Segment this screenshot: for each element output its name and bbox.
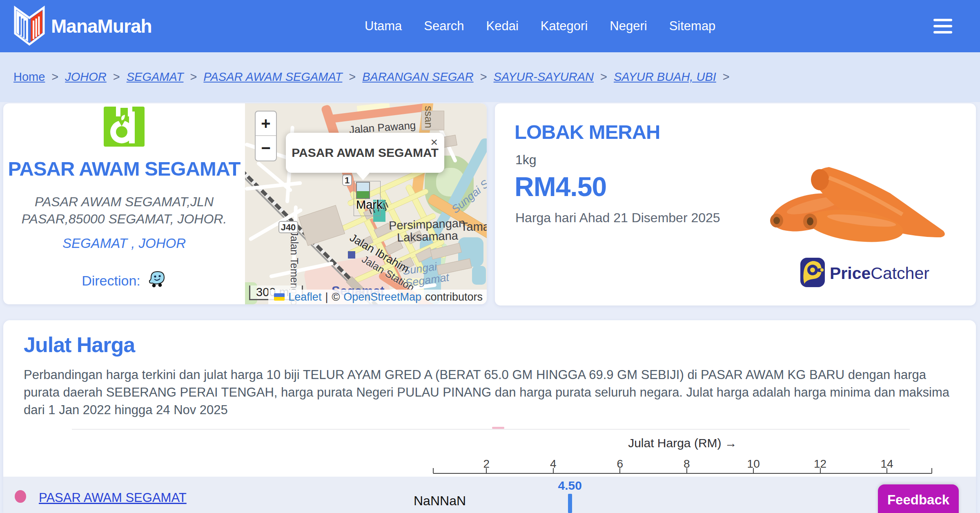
nav-item-kategori[interactable]: Kategori <box>541 19 588 33</box>
feedback-button[interactable]: Feedback <box>878 484 959 513</box>
breadcrumb-separator: > <box>723 70 730 84</box>
breadcrumb-band: Home>JOHOR>SEGAMAT>PASAR AWAM SEGAMAT>BA… <box>0 52 980 102</box>
axis-tick-label: 14 <box>875 457 899 471</box>
ukraine-flag-icon <box>274 293 285 301</box>
map-station-icon <box>348 251 355 259</box>
store-address-line2: PASAR,85000 SEGAMAT, JOHOR. <box>3 210 245 228</box>
store-address-line1: PASAR AWAM SEGAMAT,JLN <box>3 193 245 210</box>
chart-axis-line <box>433 473 932 474</box>
breadcrumb-separator: > <box>113 70 120 84</box>
header: ManaMurah UtamaSearchKedaiKategoriNegeri… <box>0 0 980 52</box>
product-date-note: Harga hari Ahad 21 Disember 2025 <box>515 210 720 225</box>
popup-close-icon[interactable]: × <box>430 135 438 149</box>
legend-dot <box>15 490 26 503</box>
map-lake <box>472 266 486 285</box>
pricecatcher-wordmark: PriceCatcher <box>830 264 929 283</box>
manamurah-logo-icon <box>13 5 45 47</box>
map-marker-label: Mark <box>356 198 382 212</box>
breadcrumb-separator: > <box>600 70 607 84</box>
axis-tick-label: 10 <box>741 457 766 471</box>
leaflet-map[interactable]: Jalan Pawang ssan Persimpangan Laksamana… <box>245 103 487 304</box>
map-label-taman: Taman <box>461 220 487 234</box>
nav-item-utama[interactable]: Utama <box>365 19 402 33</box>
attribution-copyright: © <box>332 291 340 303</box>
breadcrumb-separator: > <box>349 70 356 84</box>
product-price: RM4.50 <box>514 171 606 202</box>
breadcrumb-separator: > <box>480 70 487 84</box>
brand-name: ManaMurah <box>51 15 152 37</box>
breadcrumb-link[interactable]: JOHOR <box>65 70 107 84</box>
store-name: PASAR AWAM SEGAMAT <box>3 157 245 180</box>
map-popup-tail <box>356 172 370 180</box>
product-unit: 1kg <box>515 152 537 167</box>
axis-tick <box>433 468 434 473</box>
grocery-bag-icon <box>104 104 145 147</box>
map-zoom-control: + − <box>255 111 277 161</box>
row-value-artifact: NaNNaN <box>414 493 466 509</box>
axis-tick-label: 2 <box>474 457 499 471</box>
state-link[interactable]: JOHOR <box>138 236 186 251</box>
district-link[interactable]: SEGAMAT <box>62 236 127 251</box>
axis-tick-label: 12 <box>808 457 833 471</box>
product-name: LOBAK MERAH <box>514 120 660 143</box>
chart-artifact-mark <box>492 427 504 429</box>
location-separator: , <box>131 236 135 251</box>
j40-badge: J40 <box>278 221 298 233</box>
main-nav: UtamaSearchKedaiKategoriNegeriSitemap <box>365 0 715 52</box>
leaflet-link[interactable]: Leaflet <box>288 291 321 303</box>
page: ManaMurah UtamaSearchKedaiKategoriNegeri… <box>0 0 980 513</box>
axis-tick-label: 8 <box>675 457 699 471</box>
section-description: Perbandingan harga terkini dan julat har… <box>24 366 960 419</box>
attribution-separator: | <box>325 291 328 303</box>
bar-value-label: 4.50 <box>546 479 595 493</box>
pricecatcher-word-price: Price <box>830 264 871 283</box>
breadcrumb: Home>JOHOR>SEGAMAT>PASAR AWAM SEGAMAT>BA… <box>13 70 730 84</box>
breadcrumb-link[interactable]: SAYUR BUAH, UBI <box>614 70 716 84</box>
axis-tick-label: 6 <box>608 457 632 471</box>
store-address: PASAR AWAM SEGAMAT,JLN PASAR,85000 SEGAM… <box>3 193 245 228</box>
nav-item-negeri[interactable]: Negeri <box>610 19 647 33</box>
product-image-carrots <box>768 161 951 249</box>
nav-item-kedai[interactable]: Kedai <box>486 19 519 33</box>
breadcrumb-link[interactable]: Home <box>13 70 45 84</box>
chart-axis-title: Julat Harga (RM) → <box>433 436 932 450</box>
price-bar <box>568 494 572 513</box>
divider <box>72 429 910 430</box>
map-building <box>298 205 345 246</box>
map-popup: PASAR AWAM SEGAMAT × <box>286 133 444 173</box>
price-range-card: Julat Harga Perbandingan harga terkini d… <box>3 320 976 513</box>
breadcrumb-separator: > <box>190 70 197 84</box>
breadcrumb-link[interactable]: SEGAMAT <box>127 70 184 84</box>
axis-tick-label: 4 <box>541 457 566 471</box>
product-card: LOBAK MERAH 1kg RM4.50 Harga hari Ahad 2… <box>495 103 976 306</box>
pricecatcher-icon <box>800 258 825 289</box>
map-attribution: Leaflet | © OpenStreetMap contributors <box>268 290 487 304</box>
waze-icon[interactable] <box>147 269 167 292</box>
nav-item-sitemap[interactable]: Sitemap <box>669 19 716 33</box>
openstreetmap-link[interactable]: OpenStreetMap <box>343 291 421 303</box>
hamburger-menu-icon[interactable] <box>933 19 952 33</box>
nav-item-search[interactable]: Search <box>424 19 464 33</box>
map-marker[interactable] <box>356 182 370 199</box>
zoom-out-button[interactable]: − <box>256 136 276 161</box>
direction-row: Direction: <box>3 269 245 292</box>
store-info: PASAR AWAM SEGAMAT PASAR AWAM SEGAMAT,JL… <box>3 103 245 304</box>
pricecatcher-logo: PriceCatcher <box>800 258 929 289</box>
store-location-links: SEGAMAT , JOHOR <box>3 236 245 251</box>
breadcrumb-separator: > <box>51 70 58 84</box>
attribution-contributors: contributors <box>425 291 483 303</box>
chart-row-label-link[interactable]: PASAR AWAM SEGAMAT <box>39 491 187 505</box>
pricecatcher-word-catcher: Catcher <box>871 264 929 283</box>
direction-label: Direction: <box>82 273 140 289</box>
store-card: PASAR AWAM SEGAMAT PASAR AWAM SEGAMAT,JL… <box>3 103 487 304</box>
route-1-badge: 1 <box>342 174 352 186</box>
zoom-in-button[interactable]: + <box>256 112 276 136</box>
section-title: Julat Harga <box>24 332 135 357</box>
map-label-laksamana: Laksamana <box>396 229 458 244</box>
breadcrumb-link[interactable]: SAYUR-SAYURAN <box>494 70 594 84</box>
brand[interactable]: ManaMurah <box>13 5 152 47</box>
map-popup-title: PASAR AWAM SEGAMAT <box>286 146 444 160</box>
breadcrumb-link[interactable]: BARANGAN SEGAR <box>362 70 473 84</box>
breadcrumb-link[interactable]: PASAR AWAM SEGAMAT <box>203 70 342 84</box>
axis-tick <box>931 468 932 473</box>
